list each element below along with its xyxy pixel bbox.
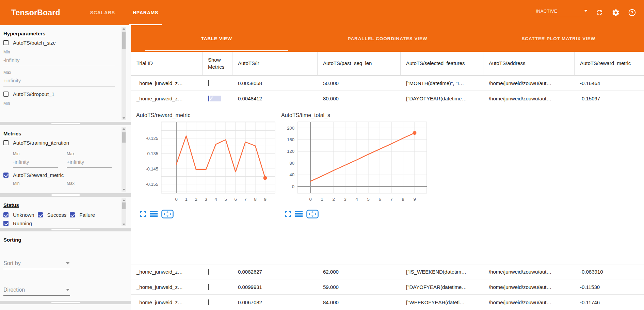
tab-scalars[interactable]: SCALARS [81,0,124,25]
chevron-down-icon [66,289,69,291]
pan-zoom-icon[interactable] [161,210,174,218]
section-resize-handle[interactable] [0,301,131,304]
tab-parallel-coordinates-view[interactable]: PARALLEL COORDINATES VIEW [302,25,473,52]
metric-charts: AutoTS/reward_metric -0.125-0.135-0.145-… [131,106,644,221]
scrollbar[interactable] [122,27,126,120]
scroll-thumb[interactable] [122,202,126,209]
svg-text:0: 0 [292,184,294,189]
svg-text:-0.135: -0.135 [146,151,158,156]
batch-size-min-field[interactable]: Min -infinity [3,50,115,66]
selected-features-cell: ["IS_WEEKEND(datetim… [401,269,483,275]
min-input[interactable]: -infinity [13,158,58,168]
scroll-down-icon[interactable] [123,224,125,225]
batch-size-checkbox[interactable] [3,40,9,45]
time-total-line-chart[interactable]: 040801201602000123456789 [280,119,430,206]
appbar-controls: INACTIVE ? [536,8,644,17]
main-content: TABLE VIEW PARALLEL COORDINATES VIEW SCA… [131,25,644,310]
col-lr: AutoTS/lr [232,52,318,75]
metric-max-field[interactable]: Max +infinity [67,151,112,168]
scroll-down-icon[interactable] [123,117,125,119]
tab-scatter-plot-matrix-view[interactable]: SCATTER PLOT MATRIX VIEW [473,25,644,52]
show-metrics-checkbox[interactable] [208,299,209,305]
top-nav: SCALARS HPARAMS [81,0,167,25]
svg-text:7: 7 [244,197,246,202]
show-metrics-checkbox[interactable] [208,96,209,101]
address-cell: /home/junweid/zouwu/aut… [483,299,575,305]
table-empty-space [131,221,644,264]
scrollbar[interactable] [122,127,126,192]
col-selected-features: AutoTS/selected_features [401,52,483,75]
scroll-up-icon[interactable] [123,199,125,201]
section-resize-handle[interactable] [0,228,131,231]
reward-metric-checkbox[interactable] [3,173,9,178]
sidebar-section-metrics: Metrics AutoTS/training_iteration Min -i… [0,125,131,193]
show-metrics-checkbox[interactable] [208,269,209,275]
rows-list-icon[interactable] [150,211,158,217]
table-row: _home_junweid_z… 0.0082627 62.000 ["IS_W… [131,264,644,279]
section-resize-handle[interactable] [0,193,131,197]
show-metrics-checkbox[interactable] [208,284,209,290]
scroll-up-icon[interactable] [123,28,125,30]
fullscreen-icon[interactable] [140,211,146,217]
fullscreen-icon[interactable] [285,211,291,217]
failure-label: Failure [79,212,95,218]
lr-cell: 0.0067082 [232,299,318,305]
scroll-thumb[interactable] [122,132,126,143]
training-iteration-label: AutoTS/training_iteration [13,140,69,146]
pan-zoom-icon[interactable] [306,210,319,218]
lr-cell: 0.0099931 [232,284,318,290]
direction-select[interactable]: Direction [3,285,70,296]
hparam-batch-size-row: AutoTS/batch_size [3,40,115,46]
gear-icon[interactable] [611,8,620,17]
svg-text:4: 4 [214,197,217,202]
run-status-dropdown[interactable]: INACTIVE [536,9,587,17]
training-iteration-checkbox[interactable] [3,140,9,145]
max-input[interactable]: +infinity [3,77,115,86]
scroll-thumb[interactable] [122,32,126,49]
svg-text:160: 160 [287,137,294,142]
min-label: Min [3,50,115,54]
tab-hparams[interactable]: HPARAMS [124,0,167,25]
refresh-icon[interactable] [595,8,604,17]
section-resize-handle[interactable] [0,122,131,125]
max-label: Max [3,70,115,75]
scroll-down-icon[interactable] [123,189,125,191]
unknown-checkbox[interactable] [3,212,9,217]
svg-text:0: 0 [309,197,311,202]
success-checkbox[interactable] [38,212,43,217]
past-seq-len-cell: 84.000 [318,299,401,305]
batch-size-max-field[interactable]: Max +infinity [3,70,115,86]
chart-reward-metric: AutoTS/reward_metric -0.125-0.135-0.145-… [135,111,278,221]
run-status-value: INACTIVE [536,9,557,14]
sort-by-select[interactable]: Sort by [3,259,70,269]
address-cell: /home/junweid/zouwu/aut… [483,284,575,290]
help-icon[interactable]: ? [628,8,637,17]
metrics-title: Metrics [3,131,115,136]
show-metrics-checkbox[interactable] [208,80,209,86]
reward-metric-cell: -0.15097 [575,96,644,101]
metric-min-field[interactable]: Min -infinity [13,151,58,168]
table-row: _home_junweid_z… 0.0048412 80.000 ["DAYO… [131,91,644,106]
max-label: Max [67,151,112,156]
reward-metric-line-chart[interactable]: -0.125-0.135-0.145-0.1550123456789 [135,119,278,206]
table-row: _home_junweid_z… 0.0067082 84.000 ["WEEK… [131,295,644,310]
failure-checkbox[interactable] [70,212,75,217]
hparam-dropout-row: AutoTS/dropout_1 [3,91,115,97]
address-cell: /home/junweid/zouwu/aut… [483,96,575,101]
sidebar-section-status: Status Unknown Success Failure [0,197,131,228]
dropout-checkbox[interactable] [3,92,9,97]
max-input[interactable]: +infinity [67,158,112,168]
trial-id-cell: _home_junweid_z… [131,299,203,305]
lr-cell: 0.0058058 [232,80,318,86]
rows-list-icon[interactable] [295,211,303,217]
min-input[interactable]: -infinity [3,56,115,66]
col-trial-id: Trial ID [131,52,203,75]
trial-id-cell: _home_junweid_z… [131,96,203,101]
scrollbar[interactable] [122,198,126,226]
scroll-up-icon[interactable] [123,128,125,130]
min-label-clipped: Min [3,101,115,106]
min-label: Min [13,151,58,156]
app-title: TensorBoard [0,8,60,17]
running-checkbox[interactable] [3,221,9,226]
tab-table-view[interactable]: TABLE VIEW [131,25,302,52]
